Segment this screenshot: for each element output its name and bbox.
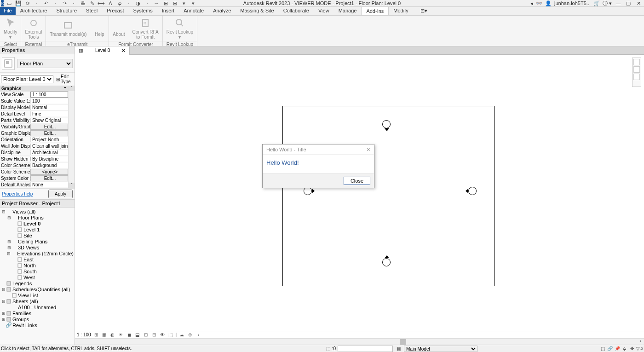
sb-face-icon[interactable]: ⬙ xyxy=(621,346,628,352)
pan-icon[interactable] xyxy=(633,74,640,80)
elevation-marker-north[interactable] xyxy=(382,120,391,128)
tree-node[interactable]: ⊟Views (all) xyxy=(1,208,74,214)
user-icon[interactable]: 👤 xyxy=(545,0,552,6)
scrollbar-thumb[interactable] xyxy=(400,339,406,345)
qat-section-icon[interactable]: ◑ xyxy=(134,0,142,6)
tree-node[interactable]: ⊟Elevations (12mm Circle) xyxy=(1,250,74,256)
qat-3d-icon[interactable]: ⬙ xyxy=(116,0,123,6)
close-window-icon[interactable]: ✕ xyxy=(635,0,642,6)
tree-node[interactable]: Legends xyxy=(1,280,74,286)
properties-help-link[interactable]: Properties help xyxy=(2,191,33,196)
nav-arrow-icon[interactable]: ◂ xyxy=(530,0,533,6)
about-button[interactable]: About xyxy=(109,16,128,41)
home-icon[interactable] xyxy=(633,59,640,65)
sb-editable-icon[interactable]: ▦ xyxy=(395,346,402,352)
detail-icon[interactable]: ▦ xyxy=(101,332,108,338)
prop-edit-button[interactable]: Edit... xyxy=(30,175,68,181)
qat-customize-icon[interactable]: ▾ xyxy=(190,0,197,6)
tab-modify[interactable]: Modify xyxy=(389,6,413,15)
tab-insert[interactable]: Insert xyxy=(157,6,179,15)
prop-value[interactable]: 1 : 100 xyxy=(30,92,68,98)
qat-sync-icon[interactable]: ⟳ xyxy=(24,0,31,6)
prop-category[interactable]: Graphics⌃ xyxy=(0,86,68,92)
sb-link-icon[interactable]: 🔗 xyxy=(606,346,614,352)
tree-toggle-icon[interactable]: ⊞ xyxy=(1,317,6,322)
prop-row[interactable]: Graphic Display ...Edit... xyxy=(0,130,68,137)
prop-value[interactable]: Architectural xyxy=(30,150,68,155)
prop-value[interactable]: Show Original xyxy=(30,118,68,123)
shadow-icon[interactable]: ◼ xyxy=(126,332,132,338)
dialog-titlebar[interactable]: Hello World - Title × xyxy=(263,144,374,155)
scroll-right-icon[interactable]: › xyxy=(638,339,644,345)
instance-dropdown[interactable]: Floor Plan: Level 0 xyxy=(1,75,53,83)
tree-node[interactable]: West xyxy=(1,274,74,280)
prop-row[interactable]: Wall Join DisplayClean all wall joins xyxy=(0,143,68,150)
navigation-bar[interactable] xyxy=(632,58,641,87)
scale-display[interactable]: 1 : 100 xyxy=(77,332,91,337)
qat-dim-icon[interactable]: ⟷ xyxy=(98,0,105,6)
qat-arrow-icon[interactable]: → xyxy=(153,0,160,6)
prop-row[interactable]: Color Scheme<none> xyxy=(0,169,68,175)
tree-node[interactable]: A100 - Unnamed xyxy=(1,304,74,310)
tree-node[interactable]: ⊞Families xyxy=(1,310,74,316)
tree-node[interactable]: Level 0 xyxy=(1,220,74,226)
prop-edit-button[interactable]: Edit... xyxy=(30,130,68,136)
prop-row[interactable]: Color Scheme Lo...Background xyxy=(0,162,68,169)
type-selector[interactable]: Floor Plan xyxy=(0,54,75,73)
prop-value[interactable]: Project North xyxy=(30,137,68,142)
tab-steel[interactable]: Steel xyxy=(81,6,102,15)
prop-edit-button[interactable]: Edit... xyxy=(30,124,68,130)
tree-node[interactable]: Site xyxy=(1,232,74,238)
tab-massing-site[interactable]: Massing & Site xyxy=(236,6,278,15)
prop-value[interactable]: Background xyxy=(30,163,68,168)
qat-save-icon[interactable]: 💾 xyxy=(15,0,22,6)
tree-node[interactable]: ⊟Floor Plans xyxy=(1,214,74,220)
minimize-icon[interactable]: — xyxy=(615,0,622,6)
elevation-marker-east[interactable] xyxy=(468,187,477,195)
tree-toggle-icon[interactable]: ⊟ xyxy=(1,287,6,292)
cart-icon[interactable]: 🛒 xyxy=(593,0,600,6)
prop-value[interactable]: 100 xyxy=(30,98,68,104)
sb-drag-icon[interactable]: ✥ xyxy=(628,346,636,352)
prop-row[interactable]: Detail LevelFine xyxy=(0,111,68,117)
tab-systems[interactable]: Systems xyxy=(128,6,157,15)
tab-analyze[interactable]: Analyze xyxy=(208,6,236,15)
tree-node[interactable]: East xyxy=(1,256,74,262)
prop-row[interactable]: View Scale1 : 100 xyxy=(0,92,68,98)
tab-architecture[interactable]: Architecture xyxy=(16,6,52,15)
tab-extra-icon[interactable]: ⊡▾ xyxy=(416,6,425,15)
tab-add-ins[interactable]: Add-Ins xyxy=(361,6,389,15)
prop-row[interactable]: System Color Sch...Edit... xyxy=(0,175,68,182)
tree-node[interactable]: Level 1 xyxy=(1,226,74,232)
tree-node[interactable]: ⊞Groups xyxy=(1,316,74,322)
prop-row[interactable]: Show Hidden Lin...By Discipline xyxy=(0,156,68,162)
tab-annotate[interactable]: Annotate xyxy=(179,6,208,15)
prop-row[interactable]: Default Analysis ...None xyxy=(0,182,68,188)
prop-value[interactable]: None xyxy=(30,182,68,187)
tree-node[interactable]: ⊟Sheets (all) xyxy=(1,298,74,304)
tree-node[interactable]: North xyxy=(1,262,74,268)
drawing-canvas[interactable] xyxy=(75,55,644,331)
crop-show-icon[interactable]: ⊟ xyxy=(151,332,157,338)
reveal-icon[interactable]: ⬚ xyxy=(167,332,174,338)
edit-type-button[interactable]: ⊞Edit Type xyxy=(54,74,74,85)
vb-left-icon[interactable]: ‹ xyxy=(195,332,201,338)
qat-redo-icon[interactable]: ↷ xyxy=(61,0,68,6)
transmit-button[interactable]: Transmit model(s) xyxy=(46,16,90,41)
tab-structure[interactable]: Structure xyxy=(52,6,81,15)
tree-toggle-icon[interactable]: ⊞ xyxy=(6,245,12,250)
modify-button[interactable]: Modify ▾ xyxy=(0,16,21,41)
qat-switch-icon[interactable]: ▾ xyxy=(180,0,188,6)
external-tools-button[interactable]: External Tools xyxy=(21,16,46,41)
qat-undo-icon[interactable]: ↶ xyxy=(42,0,50,6)
sb-model-dropdown[interactable]: Main Model xyxy=(404,346,477,352)
tree-node[interactable]: ⊞Ceiling Plans xyxy=(1,238,74,244)
qat-print-icon[interactable]: 🖶 xyxy=(79,0,86,6)
tree-toggle-icon[interactable]: ⊞ xyxy=(1,311,6,316)
sb-pin-icon[interactable]: 📌 xyxy=(614,346,621,352)
qat-measure-icon[interactable]: ✎ xyxy=(88,0,96,6)
sb-filter-icon[interactable]: ▽:0 xyxy=(636,346,643,352)
scroll-up-icon[interactable]: ˄ xyxy=(69,86,75,91)
revit-lookup-button[interactable]: Revit Lookup ▾ xyxy=(163,16,197,41)
crop-icon[interactable]: ⊡ xyxy=(143,332,149,338)
